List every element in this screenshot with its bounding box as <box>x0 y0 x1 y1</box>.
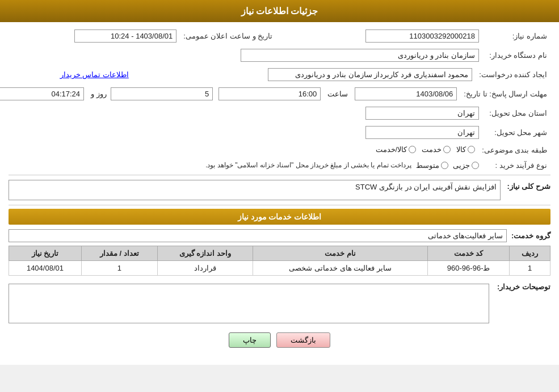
radio-kala-khadamat-input[interactable] <box>409 146 416 153</box>
shomare-niaz-value: 1103003292000218 <box>293 28 482 44</box>
info-row-8: نوع فرآیند خرید : جزیی متوسط پرداخت تمام… <box>9 159 550 171</box>
radio-khadamat[interactable]: خدمت <box>422 145 451 154</box>
cell-nam: سایر فعالیت های خدماتی شخصی <box>253 261 428 276</box>
tosif-section: توصیحات خریدار: <box>9 280 550 323</box>
sharh-section: شرح کلی نیاز: افزایش نقش آفرینی ایران در… <box>9 180 550 200</box>
tosif-label: توصیحات خریدار: <box>494 280 550 291</box>
tamas-kharidari-link[interactable]: اطلاعات تماس خریدار <box>60 70 129 79</box>
shomare-niaz-box: 1103003292000218 <box>365 29 479 43</box>
nam-dastgah-box: سازمان بنادر و دریانوردی <box>241 49 479 62</box>
radio-motavaset[interactable]: متوسط <box>416 161 448 170</box>
col-tarikh: تاریخ نیاز <box>9 246 82 261</box>
info-row-2: نام دستگاه خریدار: سازمان بنادر و دریانو… <box>9 47 550 64</box>
radio-kala-input[interactable] <box>468 146 475 153</box>
divider-1 <box>9 175 550 175</box>
tabagheh-radios: کالا خدمت کالا/خدمت <box>376 145 476 154</box>
cell-kod: ط-96-96-960 <box>427 261 509 276</box>
sharh-value: افزایش نقش آفرینی ایران در بازنگری STCW <box>355 183 497 191</box>
radio-jozi-label: جزیی <box>453 161 470 170</box>
cell-vahed: قرارداد <box>157 261 253 276</box>
col-vahed: واحد اندازه گیری <box>157 246 253 261</box>
info-row-5: استان محل تحویل: تهران <box>9 105 550 121</box>
info-row-1: شماره نیاز: 1103003292000218 تاریخ و ساع… <box>9 28 550 44</box>
group-header: گروه خدمت: سایر فعالیت‌های خدماتی <box>9 229 550 242</box>
services-table: ردیف کد خدمت نام خدمت واحد اندازه گیری ت… <box>9 246 550 276</box>
mohlat-value: 1403/08/06 <box>351 86 460 102</box>
ostan-label: استان محل تحویل: <box>482 105 550 121</box>
btn-row: بازگشت چاپ <box>9 332 550 348</box>
tabagheh-label: طبقه بندی موضوعی: <box>478 144 550 157</box>
radio-jozi-input[interactable] <box>472 162 479 169</box>
mande-box: 04:17:24 <box>0 87 84 100</box>
radio-kala-khadamat-label: کالا/خدمت <box>376 145 407 154</box>
table-row: 1 ط-96-96-960 سایر فعالیت های خدماتی شخص… <box>9 261 550 276</box>
radio-khadamat-label: خدمت <box>422 145 442 154</box>
sharh-label: شرح کلی نیاز: <box>505 180 550 191</box>
radio-motavaset-label: متوسط <box>416 161 439 170</box>
radio-kala-khadamat[interactable]: کالا/خدمت <box>376 145 417 154</box>
rooz-box: 5 <box>111 87 213 100</box>
radio-kala-label: کالا <box>456 145 466 154</box>
info-row-3: ایجاد کننده درخواست: محمود اسفندیاری فرد… <box>9 66 550 83</box>
back-button[interactable]: بازگشت <box>276 332 330 348</box>
radio-motavaset-input[interactable] <box>441 162 448 169</box>
ijad-label: ایجاد کننده درخواست: <box>476 66 550 83</box>
page-wrapper: جزئیات اطلاعات نیاز شماره نیاز: 11030032… <box>0 0 559 365</box>
ijad-value: محمود اسفندیاری فرد کاربرداز سازمان بناد… <box>135 66 476 83</box>
shahr-value: تهران <box>179 124 482 141</box>
col-nam: نام خدمت <box>253 246 428 261</box>
services-section-title: اطلاعات خدمات مورد نیاز <box>9 209 550 225</box>
ostan-box: تهران <box>365 107 479 120</box>
group-value-box: سایر فعالیت‌های خدماتی <box>9 229 507 242</box>
cell-tedad: 1 <box>81 261 157 276</box>
tarikh-label: تاریخ و ساعت اعلان عمومی: <box>180 28 276 44</box>
main-content: شماره نیاز: 1103003292000218 تاریخ و ساع… <box>0 22 559 353</box>
sharh-box: افزایش نقش آفرینی ایران در بازنگری STCW <box>9 180 501 200</box>
print-button[interactable]: چاپ <box>229 332 271 348</box>
mohlat-label: مهلت ارسال پاسخ: تا تاریخ: <box>460 86 550 102</box>
cell-radif: 1 <box>510 261 550 276</box>
col-kod: کد خدمت <box>427 246 509 261</box>
cell-tarikh: 1404/08/01 <box>9 261 82 276</box>
saat-label: ساعت <box>327 90 348 98</box>
col-tedad: تعداد / مقدار <box>81 246 157 261</box>
nam-dastgah-value: سازمان بنادر و دریانوردی <box>122 47 482 64</box>
radio-jozi[interactable]: جزیی <box>453 161 479 170</box>
tabagheh-radio-group: کالا خدمت کالا/خدمت <box>9 144 478 157</box>
col-radif: ردیف <box>510 246 550 261</box>
ijad-box: محمود اسفندیاری فرد کاربرداز سازمان بناد… <box>268 68 472 81</box>
divider-2 <box>9 205 550 205</box>
now-radio-group: جزیی متوسط پرداخت تمام یا بخشی از مبلغ خ… <box>9 159 482 171</box>
page-header: جزئیات اطلاعات نیاز <box>0 0 559 22</box>
tarikh-box: 1403/08/01 - 10:24 <box>74 29 176 43</box>
date-box: 1403/08/06 <box>355 87 457 100</box>
radio-kala[interactable]: کالا <box>456 145 475 154</box>
saat-box: 16:00 <box>218 87 321 100</box>
tosif-box <box>9 284 489 323</box>
process-note: پرداخت تمام یا بخشی از مبلغ خریداز محل "… <box>205 161 411 169</box>
page-title: جزئیات اطلاعات نیاز <box>241 6 318 16</box>
rooz-label: روز و <box>89 90 109 98</box>
nam-dastgah-label: نام دستگاه خریدار: <box>482 47 550 64</box>
tarikh-value: 1403/08/01 - 10:24 <box>9 28 180 44</box>
info-row-6: شهر محل تحویل: تهران <box>9 124 550 141</box>
process-row: جزیی متوسط پرداخت تمام یا بخشی از مبلغ خ… <box>12 161 479 170</box>
now-label: نوع فرآیند خرید : <box>482 159 550 171</box>
shahr-box: تهران <box>365 126 479 139</box>
group-label: گروه خدمت: <box>511 231 550 240</box>
ostan-value: تهران <box>179 105 482 121</box>
info-row-7: طبقه بندی موضوعی: کالا خدمت <box>9 144 550 157</box>
radio-khadamat-input[interactable] <box>443 146 451 153</box>
shahr-label: شهر محل تحویل: <box>482 124 550 141</box>
info-row-4: مهلت ارسال پاسخ: تا تاریخ: 1403/08/06 سا… <box>0 86 550 102</box>
shomare-niaz-label: شماره نیاز: <box>482 28 550 44</box>
